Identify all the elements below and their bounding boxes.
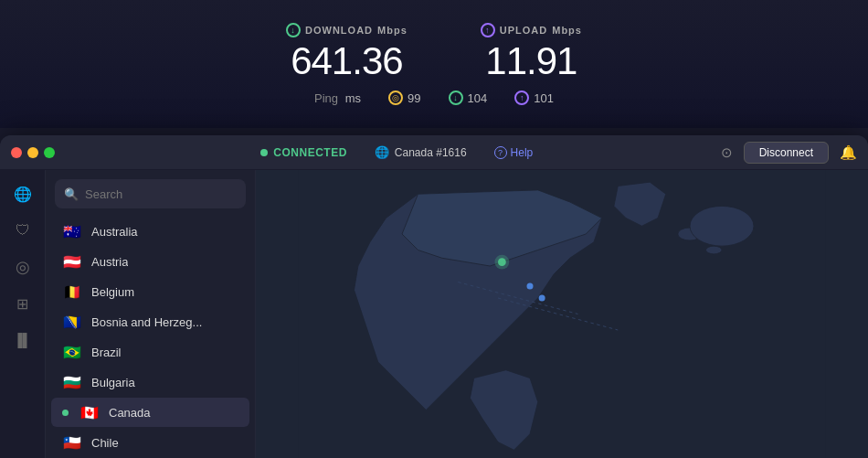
country-flag: 🇧🇷	[62, 345, 82, 359]
bell-icon[interactable]: 🔔	[840, 144, 857, 161]
country-name: Bulgaria	[91, 376, 135, 389]
country-flag: 🇨🇦	[79, 405, 100, 420]
close-button[interactable]	[11, 147, 22, 158]
download-value: 641.36	[291, 39, 402, 83]
disconnect-button[interactable]: Disconnect	[744, 142, 829, 164]
svg-point-9	[539, 295, 545, 302]
country-flag: 🇦🇹	[62, 254, 82, 269]
country-item[interactable]: 🇨🇱Chile	[51, 428, 249, 457]
traffic-lights	[11, 147, 55, 158]
ping-stat-1: ◎ 99	[388, 91, 420, 105]
map-area	[256, 170, 868, 458]
ping-yellow-icon: ◎	[388, 91, 403, 105]
server-label: Canada #1616	[395, 146, 467, 159]
country-name: Australia	[91, 225, 138, 239]
sidebar-icons: 🌐 🛡 ◎ ⊞ ▐▌	[0, 170, 46, 458]
upload-item: ↑ UPLOAD Mbps 11.91	[481, 23, 582, 83]
title-bar-center: CONNECTED 🌐 Canada #1616 ? Help	[73, 145, 721, 159]
ping-label: Ping ms	[314, 91, 361, 105]
country-item[interactable]: 🇨🇦Canada	[51, 398, 249, 427]
ping-stat-2: ↓ 104	[449, 91, 488, 105]
sidebar-item-globe[interactable]: 🌐	[6, 177, 39, 210]
country-item[interactable]: 🇧🇷Brazil	[51, 337, 249, 367]
speed-panel: ↓ DOWNLOAD Mbps 641.36 ↑ UPLOAD Mbps 11.…	[0, 0, 868, 128]
country-flag: 🇨🇱	[62, 435, 82, 450]
speed-row: ↓ DOWNLOAD Mbps 641.36 ↑ UPLOAD Mbps 11.…	[286, 23, 582, 83]
search-input[interactable]	[85, 187, 238, 201]
title-bar-right: ⊙ Disconnect 🔔	[721, 142, 857, 164]
upload-label: ↑ UPLOAD Mbps	[481, 23, 582, 37]
upload-icon: ↑	[481, 23, 495, 37]
country-list: 🇦🇺Australia🇦🇹Austria🇧🇪Belgium🇧🇦Bosnia an…	[46, 216, 255, 458]
help-button[interactable]: ? Help	[494, 146, 534, 159]
country-panel: 🔍 🇦🇺Australia🇦🇹Austria🇧🇪Belgium🇧🇦Bosnia …	[46, 170, 256, 458]
country-flag: 🇧🇬	[62, 375, 82, 389]
connected-badge: CONNECTED	[260, 146, 347, 159]
maximize-button[interactable]	[44, 147, 55, 158]
country-item[interactable]: 🇧🇦Bosnia and Herzeg...	[51, 307, 249, 336]
connected-label: CONNECTED	[273, 146, 347, 159]
active-indicator	[62, 410, 69, 416]
country-name: Belgium	[91, 285, 134, 299]
country-name: Bosnia and Herzeg...	[91, 315, 202, 329]
svg-point-2	[706, 246, 723, 254]
country-flag: 🇧🇪	[62, 284, 82, 299]
country-item[interactable]: 🇧🇬Bulgaria	[51, 367, 249, 397]
main-content: 🌐 🛡 ◎ ⊞ ▐▌ 🔍 🇦🇺Australia🇦🇹Austria🇧🇪Belgi…	[0, 170, 868, 458]
svg-point-7	[495, 255, 510, 270]
help-icon: ?	[494, 146, 507, 159]
country-flag: 🇧🇦	[62, 314, 82, 329]
search-box[interactable]: 🔍	[55, 179, 246, 208]
server-info: 🌐 Canada #1616	[375, 145, 467, 159]
upload-value: 11.91	[485, 39, 577, 83]
svg-point-8	[527, 282, 534, 289]
country-item[interactable]: 🇦🇹Austria	[51, 247, 249, 276]
country-name: Brazil	[91, 346, 122, 359]
app-window: CONNECTED 🌐 Canada #1616 ? Help ⊙ Discon…	[0, 135, 868, 458]
globe-icon: 🌐	[375, 145, 389, 159]
title-bar: CONNECTED 🌐 Canada #1616 ? Help ⊙ Discon…	[0, 135, 868, 170]
sidebar-item-layers[interactable]: ⊞	[6, 287, 39, 320]
ping-download-icon: ↓	[449, 91, 463, 105]
sidebar-item-stats[interactable]: ▐▌	[6, 324, 39, 357]
svg-point-3	[690, 206, 754, 246]
sidebar-item-shield[interactable]: 🛡	[6, 214, 39, 247]
help-label: Help	[511, 146, 534, 159]
settings-icon[interactable]: ⊙	[721, 144, 733, 161]
connected-dot	[260, 149, 268, 156]
country-flag: 🇦🇺	[62, 224, 82, 239]
download-item: ↓ DOWNLOAD Mbps 641.36	[286, 23, 408, 83]
map-svg	[256, 170, 868, 458]
download-label: ↓ DOWNLOAD Mbps	[286, 23, 408, 37]
sidebar-item-target[interactable]: ◎	[6, 250, 39, 283]
ping-row: Ping ms ◎ 99 ↓ 104 ↑ 101	[314, 91, 554, 105]
ping-upload-icon: ↑	[514, 91, 529, 105]
ping-stat-3: ↑ 101	[514, 91, 554, 105]
country-item[interactable]: 🇦🇺Australia	[51, 217, 249, 246]
country-item[interactable]: 🇧🇪Belgium	[51, 277, 249, 306]
search-icon: 🔍	[64, 187, 79, 201]
download-icon: ↓	[286, 23, 301, 37]
country-name: Canada	[109, 406, 151, 420]
minimize-button[interactable]	[27, 147, 38, 158]
country-name: Chile	[91, 436, 119, 450]
country-name: Austria	[91, 255, 128, 269]
